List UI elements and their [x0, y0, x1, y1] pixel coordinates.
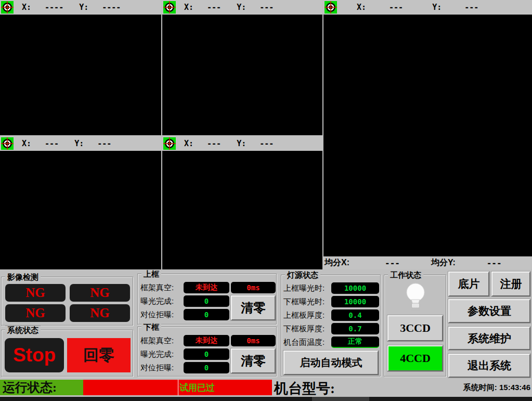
pane-1-header: X: ---- Y: ----	[0, 0, 161, 15]
lower-reject-label: 对位拒曝:	[140, 363, 182, 373]
average-y-value: ---	[487, 258, 502, 268]
machine-model-label: 机台型号:	[274, 379, 335, 398]
upper-exposure-time-label: 上框曝光时:	[283, 283, 330, 293]
system-status-group: 系统状态 Stop 回零	[1, 330, 133, 377]
pane-2-header: X: --- Y: ---	[162, 0, 322, 15]
image-detection-title: 影像检测	[5, 273, 41, 281]
work-status-title: 工作状态	[388, 270, 423, 279]
x-value: ----	[45, 3, 63, 12]
camera-pane-5: X: --- Y: ---	[162, 136, 322, 269]
lower-exposure-time-label: 下框曝光时:	[283, 297, 330, 307]
pane-4-header: X: --- Y: ---	[0, 136, 161, 151]
parameter-settings-button[interactable]: 参数设置	[448, 299, 530, 323]
lower-vacuum-label: 框架真空:	[140, 336, 182, 346]
y-label: Y:	[237, 3, 246, 12]
work-status-group: 工作状态 3CCD 4CCD	[384, 275, 446, 377]
lower-exposure-label: 曝光完成:	[140, 350, 182, 359]
y-label: Y:	[79, 3, 88, 12]
system-status-title: 系统状态	[5, 326, 41, 334]
crosshair-target-icon	[163, 1, 176, 14]
ng-indicator-3: NG	[5, 304, 66, 322]
lower-board-thickness-label: 下框板厚度:	[283, 324, 330, 334]
crosshair-target-icon	[1, 1, 14, 14]
camera-view-2	[162, 15, 322, 135]
ccd3-mode-button[interactable]: 3CCD	[387, 315, 443, 341]
x-label: X:	[184, 3, 193, 12]
exit-system-button[interactable]: 退出系统	[448, 354, 530, 378]
ng-indicator-1: NG	[5, 284, 66, 302]
x-label: X:	[357, 3, 366, 12]
upper-board-thickness-label: 上框板厚度:	[283, 311, 330, 320]
x-value: ---	[45, 139, 59, 148]
x-label: X:	[184, 139, 193, 148]
camera-pane-3: X: --- Y: ---	[323, 0, 532, 256]
lower-vacuum-value: 未到达	[184, 335, 229, 346]
pane-5-header: X: --- Y: ---	[162, 136, 322, 151]
upper-clear-button[interactable]: 清零	[231, 295, 276, 320]
film-button[interactable]: 底片	[448, 271, 489, 296]
camera-pane-1: X: ---- Y: ----	[0, 0, 161, 135]
upper-board-thickness-value: 0.4	[331, 309, 379, 321]
ng-indicator-grid: NG NG NG NG	[5, 284, 130, 322]
run-state-label: 运行状态:	[0, 380, 83, 395]
light-source-status-group: 灯源状态 上框曝光时: 10000 下框曝光时: 10000 上框板厚度: 0.…	[281, 275, 381, 377]
upper-exposure-label: 曝光完成:	[140, 296, 182, 306]
lower-vacuum-time: 0ms	[231, 335, 276, 346]
camera-view-5	[162, 151, 322, 269]
table-temperature-value: 正常	[331, 337, 379, 348]
ng-indicator-2: NG	[70, 284, 130, 302]
light-source-status-title: 灯源状态	[285, 270, 320, 279]
crosshair-target-icon	[325, 1, 337, 14]
table-temperature-label: 机台面温度:	[283, 338, 330, 347]
lower-board-thickness-value: 0.7	[331, 323, 379, 334]
lightbulb-icon	[401, 281, 430, 314]
ng-indicator-4: NG	[70, 304, 130, 322]
upper-reject-label: 对位拒曝:	[140, 310, 182, 320]
camera-pane-4: X: --- Y: ---	[0, 136, 161, 269]
camera-pane-2: X: --- Y: ---	[162, 0, 322, 135]
lower-clear-button[interactable]: 清零	[231, 348, 276, 373]
register-button[interactable]: 注册	[491, 271, 530, 296]
x-value: ---	[389, 3, 403, 12]
bottom-taskbar	[0, 397, 532, 401]
home-zero-button[interactable]: 回零	[67, 338, 131, 372]
upper-reject-value: 0	[184, 309, 229, 320]
average-y-label: 均分Y:	[431, 257, 456, 268]
stop-button[interactable]: Stop	[5, 338, 64, 372]
average-coordinates-bar: 均分X: --- 均分Y: ---	[323, 256, 532, 269]
trial-expired-text: 试用已过	[179, 382, 215, 394]
x-label: X:	[22, 3, 31, 12]
pane-3-header: X: --- Y: ---	[323, 0, 532, 15]
crosshair-target-icon	[163, 137, 176, 150]
upper-vacuum-label: 框架真空:	[140, 283, 182, 293]
y-value: ---	[464, 3, 478, 12]
x-label: X:	[22, 139, 31, 148]
y-value: ----	[102, 3, 121, 12]
y-value: ---	[259, 3, 274, 12]
average-x-label: 均分X:	[325, 257, 349, 268]
taskbar-segment	[312, 397, 369, 401]
start-auto-mode-button[interactable]: 启动自动模式	[283, 351, 379, 375]
system-time-value: 15:43:46	[499, 383, 530, 392]
ccd4-mode-button[interactable]: 4CCD	[387, 345, 443, 371]
trial-expired-bar: 试用已过	[178, 380, 272, 395]
lower-reject-value: 0	[184, 362, 229, 373]
x-value: ---	[207, 3, 221, 12]
system-maintenance-button[interactable]: 系统维护	[448, 327, 530, 350]
x-value: ---	[207, 139, 221, 148]
lower-frame-group: 下框 框架真空: 未到达 0ms 曝光完成: 0 清零 对位拒曝: 0	[137, 327, 277, 377]
camera-view-3	[323, 15, 532, 256]
upper-frame-group: 上框 框架真空: 未到达 0ms 曝光完成: 0 清零 对位拒曝: 0	[137, 274, 277, 325]
y-value: ---	[259, 139, 274, 148]
image-detection-group: 影像检测 NG NG NG NG	[1, 277, 133, 326]
upper-exposure-value: 0	[184, 295, 229, 307]
upper-frame-title: 上框	[141, 269, 161, 278]
crosshair-target-icon	[1, 137, 14, 150]
system-time-label: 系统时间:	[463, 383, 497, 392]
average-x-value: ---	[385, 258, 400, 268]
y-label: Y:	[237, 139, 246, 148]
lower-exposure-time-value: 10000	[331, 296, 379, 307]
y-label: Y:	[432, 3, 442, 12]
camera-view-4	[0, 151, 161, 269]
y-value: ---	[97, 139, 111, 148]
